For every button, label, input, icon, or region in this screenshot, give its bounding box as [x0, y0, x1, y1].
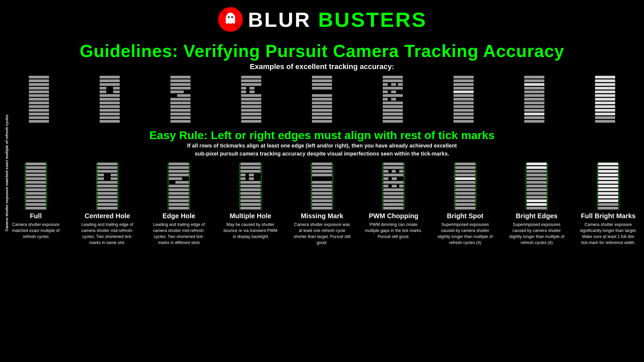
svg-rect-179 — [240, 177, 246, 180]
svg-rect-65 — [312, 87, 332, 89]
svg-rect-193 — [312, 174, 332, 176]
svg-rect-85 — [383, 102, 403, 104]
svg-rect-96 — [453, 94, 474, 97]
svg-rect-177 — [240, 174, 246, 176]
svg-rect-251 — [598, 166, 618, 169]
svg-rect-63 — [312, 79, 332, 82]
svg-rect-157 — [97, 203, 117, 206]
svg-rect-210 — [392, 177, 397, 180]
card-missing-mark-desc: Camera shutter exposure was at least one… — [293, 222, 351, 246]
svg-rect-6 — [29, 76, 49, 78]
svg-rect-146 — [97, 170, 117, 173]
svg-rect-253 — [598, 174, 618, 176]
svg-rect-196 — [312, 188, 332, 191]
svg-rect-95 — [453, 90, 474, 93]
svg-point-5 — [231, 16, 233, 18]
svg-rect-25 — [113, 90, 120, 93]
svg-rect-13 — [29, 102, 49, 104]
svg-rect-139 — [26, 196, 46, 198]
svg-rect-138 — [26, 192, 46, 195]
svg-rect-218 — [383, 199, 404, 202]
tick-edge-hole-top — [167, 76, 194, 123]
svg-rect-199 — [312, 199, 332, 202]
svg-rect-49 — [241, 83, 261, 86]
easy-rule-title: Easy Rule: Left or right edges must alig… — [0, 129, 644, 142]
svg-rect-15 — [29, 109, 49, 112]
busters-text: BUSTERS — [318, 8, 427, 31]
svg-rect-250 — [598, 163, 618, 165]
svg-rect-123 — [595, 98, 615, 101]
svg-rect-150 — [111, 177, 117, 180]
svg-rect-21 — [100, 83, 120, 86]
svg-rect-260 — [598, 199, 618, 202]
card-edge-hole-title: Edge Hole — [162, 212, 195, 220]
svg-rect-222 — [455, 163, 475, 165]
card-missing-mark-title: Missing Mark — [301, 212, 343, 220]
svg-rect-19 — [100, 76, 120, 78]
svg-rect-220 — [383, 207, 404, 209]
card-centered-hole-bottom: Centered Hole Leading and trailing edge … — [78, 163, 136, 246]
svg-rect-69 — [312, 105, 332, 108]
svg-rect-192 — [312, 170, 332, 173]
tick-full-bottom — [22, 163, 49, 209]
svg-rect-112 — [524, 105, 544, 108]
card-missing-mark-top — [297, 76, 347, 123]
card-bright-edges-title: Bright Edges — [516, 212, 557, 220]
svg-rect-133 — [26, 174, 46, 176]
svg-rect-246 — [527, 199, 547, 202]
svg-rect-47 — [241, 76, 261, 78]
svg-rect-122 — [595, 94, 615, 97]
svg-rect-10 — [29, 90, 49, 93]
svg-rect-79 — [383, 87, 403, 89]
svg-rect-33 — [100, 120, 120, 123]
tick-full-bright-marks-top — [592, 76, 619, 123]
svg-rect-209 — [383, 177, 388, 180]
svg-rect-28 — [100, 102, 120, 104]
svg-rect-78 — [398, 83, 403, 86]
tick-missing-mark-top — [309, 76, 335, 123]
sidebar-text: Camera shutter exposure matched exact mu… — [5, 131, 9, 231]
svg-rect-73 — [312, 120, 332, 123]
svg-rect-55 — [241, 98, 261, 101]
svg-rect-224 — [455, 170, 475, 173]
svg-rect-22 — [100, 87, 106, 89]
tick-bright-spot-bottom — [452, 163, 479, 209]
svg-rect-191 — [312, 166, 332, 169]
tick-missing-mark-bottom — [309, 163, 335, 209]
tick-bright-spot-top — [450, 76, 477, 123]
svg-rect-241 — [527, 181, 547, 184]
svg-rect-152 — [97, 185, 117, 187]
svg-rect-44 — [170, 113, 191, 115]
svg-rect-97 — [453, 98, 474, 101]
svg-rect-86 — [383, 105, 403, 108]
card-centered-hole-title: Centered Hole — [85, 212, 130, 220]
svg-rect-70 — [312, 109, 332, 112]
svg-rect-135 — [26, 181, 46, 184]
svg-rect-115 — [524, 116, 544, 119]
svg-rect-239 — [527, 174, 547, 176]
easy-rule-section: Easy Rule: Left or right edges must alig… — [0, 129, 644, 158]
card-full-title: Full — [30, 212, 42, 220]
svg-rect-169 — [169, 196, 189, 198]
tick-pwm-chopping-bottom — [380, 163, 407, 209]
svg-rect-144 — [97, 163, 117, 165]
svg-rect-18 — [29, 120, 49, 123]
svg-rect-155 — [97, 196, 117, 198]
header: BLUR BUSTERS — [0, 0, 644, 36]
card-missing-mark-bottom: Missing Mark Camera shutter exposure was… — [293, 163, 351, 246]
card-full-bright-marks-desc: Camera shutter exposure significantly lo… — [579, 222, 637, 246]
svg-rect-231 — [455, 196, 475, 198]
logo-icon — [217, 6, 244, 33]
svg-rect-24 — [100, 90, 106, 93]
svg-rect-62 — [312, 76, 332, 78]
svg-rect-200 — [312, 203, 332, 206]
svg-rect-57 — [241, 105, 261, 108]
svg-rect-212 — [383, 185, 388, 187]
card-full-desc: Camera shutter exposure matched exact mu… — [7, 222, 65, 240]
svg-rect-242 — [527, 185, 547, 187]
tick-full-bright-marks-bottom — [595, 163, 622, 209]
tick-centered-hole-bottom — [94, 163, 121, 209]
svg-rect-140 — [26, 199, 46, 202]
card-full-bright-marks-bottom: Full Bright Marks Camera shutter exposur… — [579, 163, 637, 246]
svg-rect-26 — [100, 94, 120, 97]
